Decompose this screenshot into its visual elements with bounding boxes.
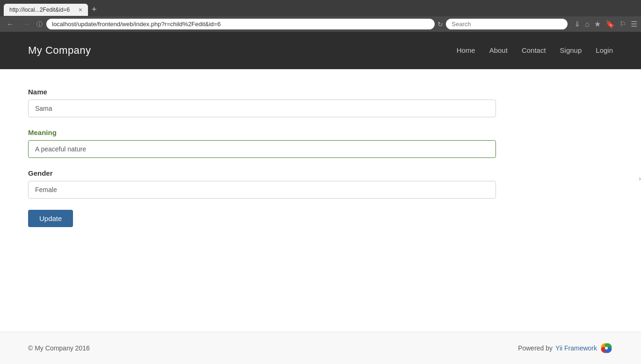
scrollbar-arrow[interactable]: › (639, 175, 641, 182)
address-input[interactable] (46, 19, 435, 29)
navbar-brand: My Company (28, 44, 91, 57)
refresh-button[interactable]: ↻ (437, 21, 443, 28)
navbar: My Company Home About Contact Signup Log… (0, 32, 641, 69)
browser-tab[interactable]: http://local...2Fedit&id=6 × (4, 4, 88, 16)
page-wrapper: My Company Home About Contact Signup Log… (0, 32, 641, 364)
nav-item-home[interactable]: Home (457, 46, 475, 55)
shield-icon[interactable]: ⚐ (619, 20, 626, 29)
nav-link-about[interactable]: About (489, 46, 508, 54)
meaning-label: Meaning (28, 128, 613, 136)
tab-bar: http://local...2Fedit&id=6 × + (0, 0, 641, 16)
footer: © My Company 2016 Powered by Yii Framewo… (0, 332, 641, 364)
footer-copyright: © My Company 2016 (28, 344, 90, 352)
info-icon: ⓘ (36, 20, 43, 29)
forward-button[interactable]: → (20, 19, 33, 29)
meaning-input[interactable] (28, 140, 496, 158)
yii-logo (600, 342, 613, 355)
nav-link-signup[interactable]: Signup (560, 46, 582, 54)
tab-close-button[interactable]: × (79, 7, 82, 13)
nav-link-contact[interactable]: Contact (522, 46, 546, 54)
star-icon[interactable]: ★ (594, 20, 601, 29)
tab-title: http://local...2Fedit&id=6 (9, 7, 75, 13)
name-label: Name (28, 88, 613, 96)
search-input[interactable] (446, 19, 568, 29)
nav-item-signup[interactable]: Signup (560, 46, 582, 55)
navbar-nav: Home About Contact Signup Login (457, 46, 613, 55)
meaning-form-group: Meaning (28, 128, 613, 158)
footer-powered: Powered by Yii Framework (518, 342, 613, 355)
new-tab-button[interactable]: + (88, 3, 101, 16)
nav-link-login[interactable]: Login (596, 46, 613, 54)
main-content: Name Meaning Gender Update (0, 69, 641, 332)
menu-icon[interactable]: ☰ (631, 20, 637, 29)
toolbar-icons: ⇓ ⌂ ★ 🔖 ⚐ ☰ (574, 20, 637, 29)
nav-link-home[interactable]: Home (457, 46, 475, 54)
nav-item-contact[interactable]: Contact (522, 46, 546, 55)
nav-item-login[interactable]: Login (596, 46, 613, 55)
gender-form-group: Gender (28, 169, 613, 199)
browser-chrome: http://local...2Fedit&id=6 × + ← → ⓘ ↻ ⇓… (0, 0, 641, 32)
download-icon[interactable]: ⇓ (574, 20, 580, 29)
address-bar-row: ← → ⓘ ↻ ⇓ ⌂ ★ 🔖 ⚐ ☰ (0, 16, 641, 32)
gender-label: Gender (28, 169, 613, 177)
update-button[interactable]: Update (28, 210, 73, 227)
powered-text: Powered by (518, 344, 553, 352)
name-form-group: Name (28, 88, 613, 117)
bookmark-icon[interactable]: 🔖 (605, 20, 615, 29)
yii-link[interactable]: Yii Framework (555, 344, 597, 352)
nav-item-about[interactable]: About (489, 46, 508, 55)
name-input[interactable] (28, 100, 496, 117)
gender-input[interactable] (28, 181, 496, 199)
home-icon[interactable]: ⌂ (585, 20, 590, 29)
svg-point-4 (605, 347, 608, 350)
back-button[interactable]: ← (4, 19, 17, 29)
